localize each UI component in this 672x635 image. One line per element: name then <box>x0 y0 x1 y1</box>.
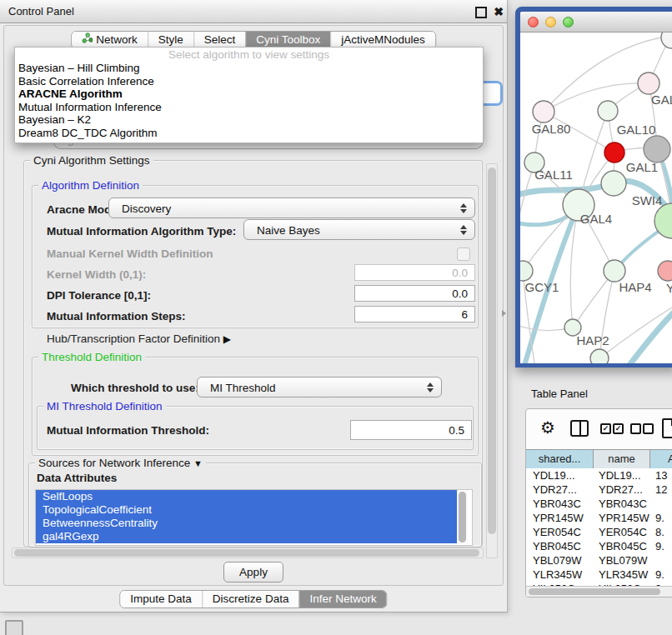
dropdown-item-bayesian-hill-climbing[interactable]: Bayesian – Hill Climbing <box>15 62 483 75</box>
network-edge[interactable] <box>627 312 672 363</box>
network-node[interactable] <box>661 32 672 48</box>
table-cell[interactable]: YDR27... <box>533 482 593 497</box>
table-hscroll-thumb[interactable] <box>529 588 660 595</box>
table-row[interactable]: YBR045CYBR045C9. <box>526 539 672 553</box>
table-cell[interactable]: YDL19... <box>533 468 593 482</box>
dpi-tolerance-field[interactable]: 0.0 <box>354 285 475 302</box>
table-row[interactable]: YER054CYER054C8. <box>526 525 672 539</box>
table-cell[interactable]: YPR145W <box>533 511 593 525</box>
network-edge[interactable] <box>544 83 649 112</box>
mi-threshold-field[interactable]: 0.5 <box>350 420 472 440</box>
dropdown-item-mutual-information-inference[interactable]: Mutual Information Inference <box>15 101 483 114</box>
dropdown-item-aracne-algorithm[interactable]: ARACNE Algorithm <box>15 88 483 101</box>
close-window-icon[interactable]: ✖ <box>494 4 504 19</box>
which-threshold-combobox[interactable]: MI Threshold <box>197 377 442 398</box>
network-graph[interactable]: GALGAL80GAL10GAL1GAL11GAL4SWI4GCY1HAP4YH… <box>520 32 672 363</box>
table-cell[interactable]: YER054C <box>533 525 593 539</box>
table-horizontal-scrollbar[interactable] <box>526 586 672 597</box>
tab-network[interactable]: Network <box>72 32 148 48</box>
table-cell[interactable]: YBR043C <box>533 497 593 511</box>
columns-icon[interactable] <box>570 420 589 437</box>
sources-title[interactable]: Sources for Network Inference ▼ <box>35 457 206 469</box>
tab-infer-network[interactable]: Infer Network <box>298 591 386 608</box>
table-row[interactable]: YDR27...YDR27...12 <box>526 482 672 497</box>
dock-panel-icon[interactable] <box>5 620 23 635</box>
column-header-clipped[interactable]: A <box>650 450 672 468</box>
network-node[interactable] <box>604 260 625 282</box>
table-row[interactable]: YLR345WYLR345W9. <box>526 568 672 582</box>
network-node[interactable] <box>601 171 626 196</box>
table-cell[interactable]: YDL19... <box>599 468 649 482</box>
tab-discretize-data[interactable]: Discretize Data <box>202 591 299 608</box>
data-attributes-list[interactable]: SelfLoopsTopologicalCoefficientBetweenne… <box>35 489 473 546</box>
column-header-shared-name[interactable]: shared... <box>526 450 594 468</box>
table-cell[interactable]: 9. <box>655 568 672 582</box>
network-node[interactable] <box>598 101 618 121</box>
hub-definition-label[interactable]: Hub/Transcription Factor Definition ▶ <box>47 332 231 345</box>
column-header-name[interactable]: name <box>594 450 650 468</box>
network-node[interactable] <box>590 349 609 363</box>
collapse-down-icon[interactable]: ▼ <box>193 458 203 468</box>
settings-horizontal-scrollbar[interactable] <box>12 548 484 558</box>
table-cell[interactable]: 9. <box>655 511 672 525</box>
float-window-icon[interactable] <box>475 7 487 18</box>
attribute-item-gal4rgexp[interactable]: gal4RGexp <box>36 530 457 543</box>
aracne-mode-combobox[interactable]: Discovery <box>108 198 475 218</box>
minimize-button[interactable] <box>545 17 556 28</box>
deselect-all-icon[interactable] <box>630 423 641 434</box>
expand-right-icon[interactable]: ▶ <box>223 333 231 345</box>
table-cell[interactable]: YBR043C <box>599 497 649 511</box>
attribute-item-topologicalcoefficient[interactable]: TopologicalCoefficient <box>36 503 457 517</box>
settings-hscroll-thumb[interactable] <box>14 549 479 557</box>
attributes-scrollbar-thumb[interactable] <box>459 492 466 542</box>
network-edge[interactable] <box>599 308 672 358</box>
attributes-scrollbar[interactable] <box>458 491 468 544</box>
attribute-item-betweennesscentrality[interactable]: BetweennessCentrality <box>36 517 457 530</box>
table-cell[interactable] <box>655 553 672 568</box>
table-cell[interactable]: YLR345W <box>599 568 649 582</box>
network-node[interactable] <box>644 136 670 162</box>
table-cell[interactable]: 9. <box>655 539 672 553</box>
tab-cyni-toolbox[interactable]: Cyni Toolbox <box>245 32 330 48</box>
table-row[interactable]: YDL19...YDL19...13 <box>526 468 672 482</box>
table-row[interactable]: YBL079WYBL079W <box>526 553 672 568</box>
gear-icon[interactable]: ⚙ <box>540 418 555 438</box>
dropdown-item-basic-correlation-inference[interactable]: Basic Correlation Inference <box>15 75 483 88</box>
network-node[interactable] <box>604 142 624 162</box>
table-row[interactable]: YPR145WYPR145W9. <box>526 511 672 525</box>
manual-kernel-checkbox[interactable] <box>457 248 470 261</box>
mi-type-combobox[interactable]: Naive Bayes <box>243 219 475 240</box>
table-cell[interactable]: YBL079W <box>599 553 649 568</box>
document-icon[interactable] <box>662 418 672 438</box>
settings-vertical-scrollbar[interactable] <box>486 163 498 558</box>
table-cell[interactable]: YER054C <box>599 525 649 539</box>
select-all-icon-2[interactable]: ✓ <box>613 423 624 434</box>
apply-button[interactable]: Apply <box>223 562 283 582</box>
attribute-item-selfloops[interactable]: SelfLoops <box>36 490 457 503</box>
deselect-all-icon-2[interactable] <box>643 423 654 434</box>
table-cell[interactable] <box>655 497 672 511</box>
network-node[interactable] <box>520 261 533 281</box>
network-node[interactable] <box>638 72 659 94</box>
tab-jactivemnodules[interactable]: jActiveMNodules <box>330 32 435 48</box>
tab-style[interactable]: Style <box>148 32 193 48</box>
dropdown-item-dream8-dc-tdc-algorithm[interactable]: Dream8 DC_TDC Algorithm <box>15 127 483 140</box>
select-all-icon[interactable]: ✓ <box>600 423 611 434</box>
network-node[interactable] <box>658 261 672 281</box>
network-canvas[interactable]: GALGAL80GAL10GAL1GAL11GAL4SWI4GCY1HAP4YH… <box>520 32 672 363</box>
table-cell[interactable]: YBL079W <box>533 553 593 568</box>
close-button[interactable] <box>528 17 539 28</box>
settings-vscroll-thumb[interactable] <box>488 168 496 534</box>
dropdown-item-bayesian-k2[interactable]: Bayesian – K2 <box>15 113 483 127</box>
table-cell[interactable]: YPR145W <box>599 511 649 525</box>
table-cell[interactable]: 8. <box>655 525 672 539</box>
tab-impute-data[interactable]: Impute Data <box>120 591 202 608</box>
mi-steps-field[interactable]: 6 <box>354 306 475 322</box>
table-cell[interactable]: YBR045C <box>533 539 593 553</box>
table-cell[interactable]: YLR345W <box>533 568 593 582</box>
zoom-button[interactable] <box>563 17 574 28</box>
table-cell[interactable]: YBR045C <box>599 539 649 553</box>
table-row[interactable]: YBR043CYBR043C <box>526 497 672 511</box>
splitter-arrow-icon[interactable] <box>502 310 506 317</box>
kernel-width-field[interactable]: 0.0 <box>354 264 475 281</box>
